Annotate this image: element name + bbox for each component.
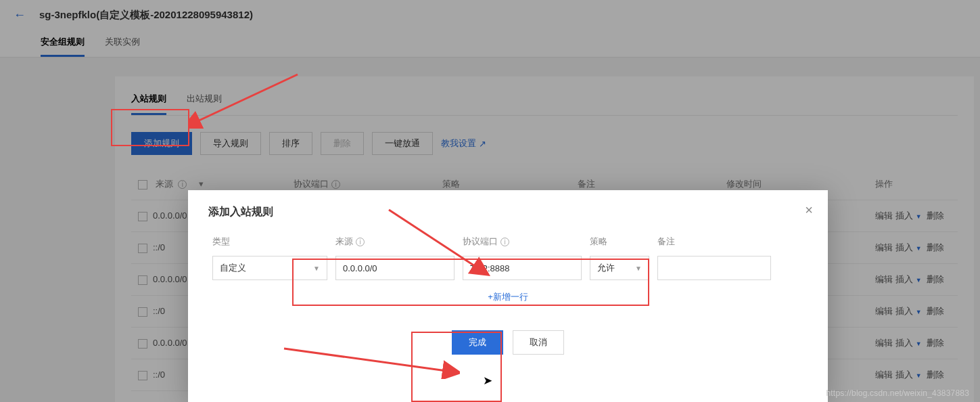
add-line-link[interactable]: +新增一行 <box>208 291 808 303</box>
cancel-button[interactable]: 取消 <box>513 330 564 355</box>
modal-col-policy: 策略 <box>586 236 653 248</box>
policy-value: 允许 <box>597 262 615 274</box>
modal-col-src: 来源 <box>335 236 353 246</box>
watermark-text: https://blog.csdn.net/weixin_43837883 <box>826 388 969 398</box>
modal-col-note: 备注 <box>653 236 775 248</box>
ok-button[interactable]: 完成 <box>452 330 503 355</box>
chevron-down-icon: ▼ <box>635 265 642 272</box>
port-value: TCP:8888 <box>470 263 510 273</box>
add-rule-modal: 添加入站规则 × 类型 来源i 协议端口i 策略 备注 自定义 ▼ 0.0.0.… <box>188 190 828 402</box>
type-select[interactable]: 自定义 ▼ <box>212 256 327 280</box>
note-input[interactable] <box>657 256 771 280</box>
source-value: 0.0.0.0/0 <box>343 263 377 273</box>
chevron-down-icon: ▼ <box>313 265 320 272</box>
policy-select[interactable]: 允许 ▼ <box>590 256 649 280</box>
info-icon[interactable]: i <box>500 238 509 246</box>
port-input[interactable]: TCP:8888 <box>463 256 582 280</box>
modal-title: 添加入站规则 <box>208 205 808 219</box>
modal-col-type: 类型 <box>208 236 331 248</box>
close-icon[interactable]: × <box>805 202 813 218</box>
modal-col-port: 协议端口 <box>463 236 498 246</box>
info-icon[interactable]: i <box>356 238 365 246</box>
type-value: 自定义 <box>220 262 246 274</box>
source-input[interactable]: 0.0.0.0/0 <box>335 256 454 280</box>
